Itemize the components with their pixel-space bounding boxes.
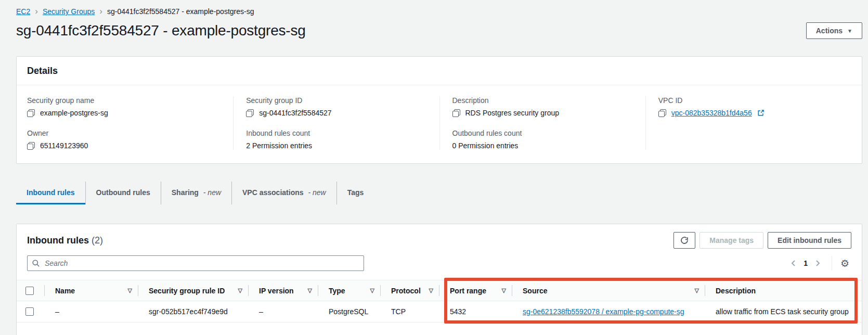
breadcrumb-link-security-groups[interactable]: Security Groups: [43, 7, 95, 16]
field-value: 0 Permission entries: [452, 141, 519, 150]
tab-label: VPC associations: [242, 188, 304, 197]
search-input[interactable]: [27, 255, 364, 271]
tab-new-badge: - new: [308, 188, 326, 197]
field-value: 2 Permission entries: [246, 141, 312, 150]
column-label: Type: [329, 287, 345, 295]
manage-tags-button[interactable]: Manage tags: [699, 232, 763, 249]
field-value: sg-0441fc3f2f5584527: [259, 109, 331, 117]
column-header-ip-version[interactable]: IP version ▽: [249, 280, 318, 301]
current-page-number[interactable]: 1: [800, 259, 811, 267]
sort-icon[interactable]: ▽: [366, 287, 374, 294]
page: { "breadcrumb": { "items": ["EC2", "Secu…: [0, 0, 868, 335]
inbound-rules-count-badge: (2): [92, 235, 103, 246]
tab-label: Tags: [347, 188, 364, 197]
cell-source: sg-0e621238fb5592078 / example-pg-comput…: [512, 301, 705, 322]
cell-protocol: TCP: [381, 301, 439, 322]
tab-outbound-rules[interactable]: Outbound rules: [85, 182, 161, 204]
edit-inbound-rules-button[interactable]: Edit inbound rules: [768, 232, 851, 249]
copy-icon[interactable]: [246, 109, 254, 117]
inbound-rules-table: Name ▽ Security group rule ID ▽ IP versi…: [17, 280, 862, 323]
external-link-icon: [757, 109, 765, 117]
tab-vpc-associations[interactable]: VPC associations - new: [231, 182, 336, 204]
tab-sharing[interactable]: Sharing - new: [161, 182, 231, 204]
details-card-header: Details: [17, 57, 862, 85]
details-column-4: VPC ID vpc-082b35328b1fd4a56: [645, 96, 851, 150]
chevron-down-icon: ▼: [847, 28, 852, 34]
row-checkbox[interactable]: [25, 307, 34, 316]
field-inbound-rules-count: Inbound rules count 2 Permission entries: [246, 129, 431, 150]
sort-icon[interactable]: ▽: [498, 287, 506, 294]
table-toolbar: 1 ⚙: [17, 249, 862, 280]
breadcrumb: EC2 › Security Groups › sg-0441fc3f2f558…: [0, 0, 868, 16]
inbound-rules-actions: Manage tags Edit inbound rules: [673, 232, 851, 249]
sort-icon[interactable]: ▽: [425, 287, 433, 294]
field-outbound-rules-count: Outbound rules count 0 Permission entrie…: [452, 129, 637, 150]
previous-page-button[interactable]: [787, 256, 800, 270]
column-header-protocol[interactable]: Protocol ▽: [381, 280, 439, 301]
edit-inbound-rules-label: Edit inbound rules: [778, 236, 841, 244]
table-header-row: Name ▽ Security group rule ID ▽ IP versi…: [17, 280, 862, 301]
row-select-cell: [17, 301, 45, 322]
column-label: Description: [716, 287, 756, 295]
tab-label: Inbound rules: [27, 188, 75, 197]
column-header-port-range[interactable]: Port range ▽: [439, 280, 512, 301]
cell-type: PostgreSQL: [318, 301, 381, 322]
pagination: 1 ⚙: [787, 256, 851, 270]
sort-icon[interactable]: ▽: [234, 287, 242, 294]
column-header-type[interactable]: Type ▽: [318, 280, 381, 301]
cell-description: allow traffic from ECS task security gro…: [705, 301, 862, 322]
header-select-all-cell: [17, 280, 45, 301]
field-label: Inbound rules count: [246, 129, 431, 137]
select-all-checkbox[interactable]: [25, 287, 34, 295]
cell-value: 5432: [450, 307, 466, 316]
copy-icon[interactable]: [27, 109, 35, 117]
tab-bar: Inbound rules Outbound rules Sharing - n…: [16, 182, 862, 204]
column-header-description[interactable]: Description: [705, 280, 862, 301]
inbound-rules-panel: Inbound rules(2) Manage tags Edit inboun…: [16, 224, 862, 335]
column-label: Protocol: [391, 287, 421, 295]
cell-value: sgr-052b517ec4f749e9d: [149, 307, 228, 316]
details-title: Details: [27, 66, 851, 76]
copy-icon[interactable]: [27, 142, 35, 150]
field-label: Owner: [27, 129, 225, 137]
cell-ip-version: –: [249, 301, 318, 322]
inbound-rules-header: Inbound rules(2) Manage tags Edit inboun…: [17, 224, 862, 249]
cell-value: –: [55, 307, 59, 316]
column-label: Name: [55, 287, 75, 295]
cell-value: allow traffic from ECS task security gro…: [716, 307, 849, 316]
copy-icon[interactable]: [658, 109, 666, 117]
column-header-name[interactable]: Name ▽: [45, 280, 138, 301]
tab-inbound-rules[interactable]: Inbound rules: [16, 182, 85, 204]
column-header-security-group-rule-id[interactable]: Security group rule ID ▽: [138, 280, 249, 301]
field-label: Security group name: [27, 96, 225, 105]
field-value: RDS Postgres security group: [465, 109, 560, 117]
cell-value: PostgreSQL: [329, 307, 368, 316]
source-security-group-link[interactable]: sg-0e621238fb5592078 / example-pg-comput…: [523, 307, 684, 316]
toolbar-divider: [832, 256, 832, 270]
field-security-group-id: Security group ID sg-0441fc3f2f5584527: [246, 96, 431, 117]
breadcrumb-link-ec2[interactable]: EC2: [16, 7, 30, 16]
field-label: Description: [452, 96, 637, 105]
search-icon: [32, 259, 40, 267]
field-vpc-id: VPC ID vpc-082b35328b1fd4a56: [658, 96, 843, 117]
settings-gear-icon[interactable]: ⚙: [838, 259, 851, 268]
next-page-button[interactable]: [811, 256, 824, 270]
chevron-right-icon: ›: [99, 8, 102, 15]
column-label: IP version: [259, 287, 294, 295]
page-title: sg-0441fc3f2f5584527 - example-postgres-…: [16, 22, 306, 39]
actions-button[interactable]: Actions ▼: [806, 22, 862, 39]
cell-name: –: [45, 301, 138, 322]
tab-tags[interactable]: Tags: [336, 182, 374, 204]
sort-icon[interactable]: ▽: [691, 287, 699, 294]
tab-new-badge: - new: [203, 188, 221, 197]
column-header-source[interactable]: Source ▽: [512, 280, 705, 301]
sort-icon[interactable]: ▽: [124, 287, 132, 294]
field-owner: Owner 651149123960: [27, 129, 225, 150]
copy-icon[interactable]: [452, 109, 460, 117]
refresh-button[interactable]: [673, 232, 695, 249]
vpc-id-link[interactable]: vpc-082b35328b1fd4a56: [671, 109, 752, 117]
sort-icon[interactable]: ▽: [304, 287, 312, 294]
field-value: example-postgres-sg: [40, 109, 108, 117]
field-label: VPC ID: [658, 96, 843, 105]
manage-tags-label: Manage tags: [709, 236, 754, 244]
